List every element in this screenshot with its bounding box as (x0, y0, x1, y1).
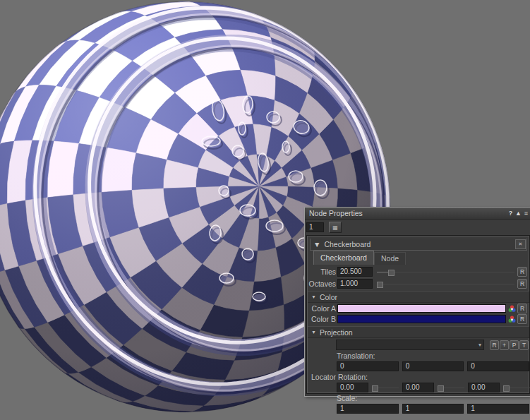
rotation-z-field[interactable]: 0.00 (468, 383, 500, 392)
projection-add-button[interactable]: + (500, 340, 509, 350)
section-header-checkerboard[interactable]: ▼ Checkerboard ✕ (310, 239, 527, 251)
octaves-slider[interactable] (377, 281, 514, 287)
color-a-row: Color A R (308, 304, 529, 313)
scale-x-field[interactable]: 1 (337, 404, 399, 414)
translation-z-field[interactable]: 0 (467, 361, 529, 371)
collapse-triangle-icon[interactable]: ▼ (311, 330, 316, 335)
color-b-reset-button[interactable]: R (517, 314, 527, 324)
panel-title: Node Properties (309, 209, 507, 217)
translation-x-field[interactable]: 0 (337, 361, 399, 371)
close-node-button[interactable]: ✕ (515, 239, 526, 249)
tiles-row: Tiles 20.500 R (308, 267, 529, 277)
tiles-value-field[interactable]: 20.500 (337, 267, 373, 277)
color-b-swatch[interactable] (337, 315, 506, 323)
section-label: Checkerboard (324, 240, 371, 248)
chevron-down-icon: ▾ (478, 342, 481, 348)
octaves-value-field[interactable]: 1.000 (337, 279, 373, 289)
scale-fields: 1 1 1 (337, 404, 529, 414)
octaves-row: Octaves 1.000 R (308, 279, 529, 289)
grid-icon: ▦ (332, 224, 338, 231)
collapse-triangle-icon[interactable]: ▼ (311, 294, 316, 299)
rgb-color-icon[interactable] (508, 316, 516, 323)
translation-y-field[interactable]: 0 (402, 361, 464, 371)
tab-node[interactable]: Node (374, 252, 406, 265)
projection-p-button[interactable]: P (510, 340, 519, 350)
panel-content: ▼ Checkerboard ✕ Checkerboard Node Tiles… (306, 235, 530, 394)
tiles-label: Tiles (308, 268, 336, 276)
projection-reset-button[interactable]: R (490, 340, 499, 350)
pin-icon[interactable]: ▲ (515, 210, 522, 217)
color-b-row: Color B R (308, 314, 529, 324)
translation-fields: 0 0 0 (337, 361, 529, 371)
translation-label: Translation: (337, 352, 529, 360)
rotation-y-field[interactable]: 0.00 (402, 383, 434, 392)
section-label: Projection (320, 328, 353, 337)
tiles-slider-handle[interactable] (388, 270, 395, 276)
panel-toolrow: 1 ▦ (305, 220, 530, 234)
scale-label: Scale: (337, 395, 529, 402)
tiles-reset-button[interactable]: R (517, 267, 527, 277)
close-icon: ✕ (519, 241, 523, 247)
tiles-slider[interactable] (377, 269, 514, 275)
scale-y-field[interactable]: 1 (402, 404, 464, 414)
section-label: Color (320, 293, 337, 301)
index-field[interactable]: 1 (306, 222, 324, 232)
list-mode-button[interactable]: ▦ (329, 222, 342, 233)
rotation-x-slider[interactable] (372, 385, 399, 391)
node-properties-panel: Node Properties ? ▲ ≡ 1 ▦ ▼ Checkerboard… (304, 207, 530, 397)
collapse-triangle-icon[interactable]: ▼ (313, 240, 320, 248)
section-header-color[interactable]: ▼ Color (308, 291, 529, 303)
projection-dropdown-row: ▾ R + P T (336, 340, 529, 350)
tab-bar: Checkerboard Node (313, 252, 529, 265)
scale-z-field[interactable]: 1 (467, 404, 529, 414)
color-a-swatch[interactable] (337, 304, 506, 313)
menu-icon[interactable]: ≡ (523, 210, 529, 217)
projection-t-button[interactable]: T (519, 340, 529, 350)
panel-titlebar[interactable]: Node Properties ? ▲ ≡ (305, 208, 530, 220)
tab-checkerboard[interactable]: Checkerboard (313, 251, 374, 265)
help-icon[interactable]: ? (507, 210, 514, 217)
rgb-color-icon[interactable] (508, 305, 516, 313)
octaves-reset-button[interactable]: R (517, 279, 527, 289)
rotation-fields: 0.00 0.00 0.00 (337, 383, 529, 392)
section-header-projection[interactable]: ▼ Projection (308, 326, 529, 338)
rotation-y-slider[interactable] (438, 385, 464, 391)
color-a-label: Color A (308, 304, 336, 313)
octaves-slider-handle[interactable] (377, 282, 383, 288)
color-a-reset-button[interactable]: R (517, 304, 527, 313)
rotation-label: Locator Rotation: (311, 373, 529, 381)
projection-dropdown[interactable]: ▾ (336, 340, 484, 350)
color-b-label: Color B (308, 315, 336, 323)
octaves-label: Octaves (308, 280, 336, 288)
rotation-x-field[interactable]: 0.00 (337, 383, 368, 392)
rotation-z-slider[interactable] (503, 385, 530, 391)
